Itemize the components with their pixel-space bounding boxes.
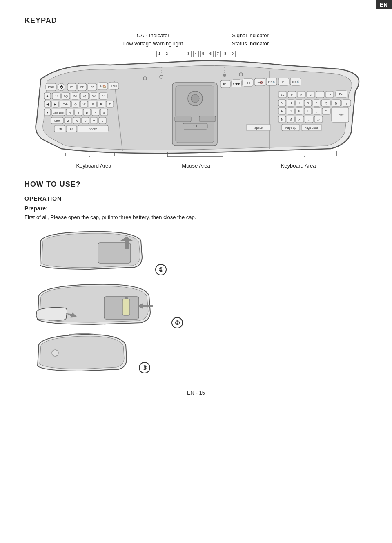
how-to-use-section: HOW TO USE? OPERATION Prepare: First of … bbox=[24, 180, 368, 378]
svg-text:N: N bbox=[281, 118, 283, 121]
svg-text:M: M bbox=[290, 118, 292, 121]
battery-steps: ① bbox=[33, 228, 368, 378]
keypad-title: KEYPAD bbox=[24, 16, 368, 25]
svg-text:X: X bbox=[76, 119, 78, 122]
svg-text:Y: Y bbox=[281, 102, 283, 105]
svg-text:F3: F3 bbox=[91, 86, 94, 89]
svg-text:F11: F11 bbox=[282, 81, 286, 83]
svg-text:Z: Z bbox=[67, 119, 69, 122]
svg-text:Page up: Page up bbox=[285, 126, 296, 130]
svg-text:⬆⬇: ⬆⬇ bbox=[193, 125, 198, 128]
num-box-7: 7 bbox=[215, 51, 221, 57]
svg-text:,<: ,< bbox=[298, 118, 301, 121]
svg-text:4$: 4$ bbox=[83, 95, 86, 98]
svg-text:R: R bbox=[100, 103, 102, 106]
svg-text:F8⏸: F8⏸ bbox=[245, 81, 251, 84]
svg-text:F12🔊: F12🔊 bbox=[292, 80, 299, 84]
mouse-area-label: Mouse Area bbox=[182, 163, 210, 169]
svg-text:Page down: Page down bbox=[304, 126, 318, 130]
svg-text:E: E bbox=[92, 103, 94, 106]
step2-svg bbox=[33, 279, 163, 328]
svg-text:/?: /? bbox=[317, 118, 320, 121]
svg-text:B: B bbox=[102, 119, 104, 122]
num-box-6: 6 bbox=[208, 51, 214, 57]
svg-text:F2: F2 bbox=[80, 86, 84, 89]
svg-text:F6♪: F6♪ bbox=[223, 83, 228, 86]
svg-text:J: J bbox=[290, 110, 292, 113]
keyboard-area-left-label: Keyboard Area bbox=[76, 163, 111, 169]
svg-text:V: V bbox=[93, 119, 95, 122]
svg-text:Q: Q bbox=[74, 103, 77, 106]
how-to-use-title: HOW TO USE? bbox=[24, 180, 368, 189]
step-2-circle: ② bbox=[172, 317, 183, 328]
svg-text:▼: ▼ bbox=[46, 111, 49, 114]
keyboard-svg: ESC ⏻ F1 F2 F3 F4🏠 F5✉ bbox=[29, 59, 363, 157]
svg-text:Space: Space bbox=[254, 126, 263, 130]
svg-text:F5✉: F5✉ bbox=[111, 85, 117, 87]
svg-text:\|: \| bbox=[345, 102, 347, 105]
signal-indicator-label: Signal Indicator Status Indicator bbox=[232, 31, 269, 47]
num-box-3: 3 bbox=[186, 51, 192, 57]
num-box-4: 4 bbox=[193, 51, 199, 57]
num-box-1: 1 bbox=[156, 51, 162, 57]
svg-text:1!: 1! bbox=[55, 95, 58, 98]
svg-text:F1: F1 bbox=[70, 86, 74, 89]
svg-point-187 bbox=[52, 350, 58, 356]
svg-text:Ctrl: Ctrl bbox=[58, 127, 62, 130]
battery-step-3: ③ bbox=[33, 333, 368, 373]
num-boxes-row: 1 2 3 4 5 6 7 8 9 bbox=[24, 51, 368, 57]
prepare-text: First of all, Please open the cap, putin… bbox=[24, 214, 368, 220]
keypad-section: KEYPAD CAP Indicator Low voltage warning… bbox=[24, 16, 368, 169]
prepare-title: Prepare: bbox=[24, 205, 368, 212]
svg-text:2@: 2@ bbox=[64, 95, 68, 98]
svg-text:6^: 6^ bbox=[102, 95, 105, 98]
svg-text:K: K bbox=[298, 110, 301, 113]
keyboard-svg-container: ESC ⏻ F1 F2 F3 F4🏠 F5✉ bbox=[24, 59, 368, 157]
operation-title: OPERATION bbox=[24, 195, 368, 202]
svg-text:-_: -_ bbox=[319, 93, 321, 96]
svg-text:F: F bbox=[95, 111, 96, 114]
svg-text:⏻: ⏻ bbox=[60, 85, 63, 89]
svg-text:C: C bbox=[84, 119, 86, 122]
svg-text:▶: ▶ bbox=[54, 103, 57, 106]
svg-text:.>: .> bbox=[308, 118, 310, 121]
svg-text:Enter: Enter bbox=[337, 114, 344, 116]
svg-text:F10🔉: F10🔉 bbox=[268, 80, 275, 84]
svg-rect-182 bbox=[104, 297, 139, 319]
svg-text:L: L bbox=[307, 110, 309, 113]
svg-text:F4🏠: F4🏠 bbox=[100, 85, 107, 88]
num-box-2: 2 bbox=[164, 51, 169, 57]
svg-text:]}: ]} bbox=[335, 102, 337, 105]
svg-rect-183 bbox=[122, 299, 130, 315]
svg-text:Tab: Tab bbox=[63, 103, 67, 106]
page-container: EN KEYPAD CAP Indicator Low voltage warn… bbox=[0, 0, 392, 543]
svg-text:P: P bbox=[316, 102, 318, 105]
svg-text:9(: 9( bbox=[300, 93, 303, 96]
svg-text:◀: ◀ bbox=[46, 103, 49, 106]
step-1-circle: ① bbox=[155, 264, 167, 275]
svg-text:U: U bbox=[290, 102, 292, 105]
svg-rect-108 bbox=[175, 116, 191, 122]
num-box-5: 5 bbox=[200, 51, 206, 57]
cap-indicator-label: CAP Indicator Low voltage warning light bbox=[123, 31, 183, 47]
svg-text:H: H bbox=[281, 110, 283, 113]
num-box-8: 8 bbox=[223, 51, 228, 57]
area-labels-row: Keyboard Area Mouse Area Keyboard Area bbox=[24, 163, 368, 169]
page-number: EN - 15 bbox=[24, 390, 368, 396]
svg-point-162 bbox=[223, 74, 226, 77]
svg-text:F7▶▶: F7▶▶ bbox=[233, 82, 241, 85]
svg-text:[{: [{ bbox=[325, 102, 327, 105]
indicator-labels: CAP Indicator Low voltage warning light … bbox=[24, 31, 368, 47]
svg-text:Shift: Shift bbox=[54, 119, 60, 122]
svg-text:W: W bbox=[83, 103, 86, 106]
keyboard-area-right-label: Keyboard Area bbox=[281, 163, 316, 169]
svg-text:F9🔇: F9🔇 bbox=[257, 81, 263, 84]
svg-rect-109 bbox=[199, 116, 216, 122]
step-3-circle: ③ bbox=[139, 362, 150, 373]
svg-text:Space: Space bbox=[89, 127, 97, 131]
svg-text:Caps Lock: Caps Lock bbox=[53, 112, 65, 114]
battery-step-1: ① bbox=[33, 228, 368, 275]
num-box-9: 9 bbox=[230, 51, 236, 57]
svg-text:G: G bbox=[103, 111, 105, 114]
svg-text:T: T bbox=[109, 103, 111, 106]
